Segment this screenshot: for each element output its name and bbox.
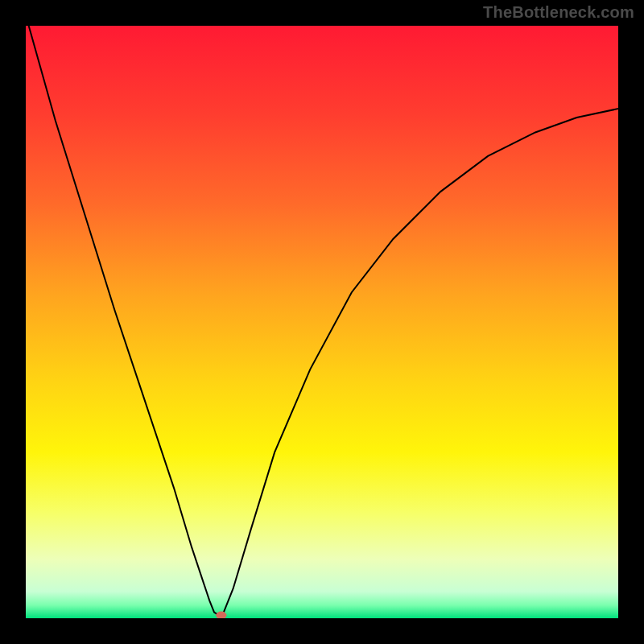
plot-background bbox=[26, 26, 618, 618]
chart-frame: TheBottleneck.com bbox=[0, 0, 644, 644]
bottleneck-chart bbox=[26, 26, 618, 618]
watermark-text: TheBottleneck.com bbox=[483, 3, 634, 22]
